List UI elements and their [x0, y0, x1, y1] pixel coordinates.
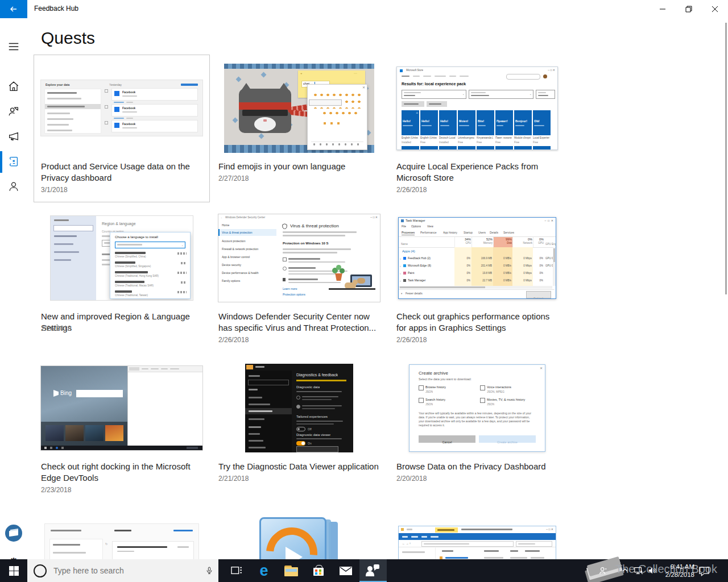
- quest-title: Browse Data on the Privacy Dashboard: [396, 461, 558, 472]
- store-tile: Bite!: [477, 110, 494, 135]
- quest-card-graphics-settings[interactable]: Task Manager – □ ✕ File Options View Pro…: [390, 205, 565, 352]
- defender-illustration: [328, 267, 377, 294]
- cortana-icon: [34, 564, 47, 577]
- quest-card-privacy-browse[interactable]: ✕ Create archive Select the data you wan…: [390, 355, 565, 502]
- tray-network-icon[interactable]: [634, 566, 644, 578]
- emoji-picker-panel: ✕: [307, 84, 367, 150]
- taskbar-feedback-hub[interactable]: [359, 559, 387, 582]
- store-tile: Olá!: [533, 110, 551, 135]
- store-tile: Hello!: [420, 110, 438, 135]
- edge-icon: e: [259, 563, 268, 579]
- minimize-button[interactable]: [650, 0, 676, 18]
- action-center-icon: [698, 566, 710, 576]
- quest-thumbnail-task-manager: Task Manager – □ ✕ File Options View Pro…: [398, 217, 556, 299]
- clock-date: 2/28/2018: [661, 571, 694, 579]
- store-tile: Moien!: [458, 110, 475, 135]
- quest-title: Find emojis in your own language: [218, 161, 380, 172]
- ninja-cat-illustration: [239, 83, 296, 138]
- sidebar-item-profile[interactable]: [0, 175, 27, 198]
- quest-card-local-experience-packs[interactable]: Microsoft Store – □ ✕ Results for: local…: [390, 55, 565, 202]
- quest-thumbnail-privacy-dashboard: Explore your data Yesterday Facebook: [40, 80, 203, 136]
- taskbar-edge[interactable]: e: [250, 559, 278, 582]
- quest-thumbnail-microsoft-store: Microsoft Store – □ ✕ Results for: local…: [396, 66, 558, 150]
- taskbar-mail[interactable]: [332, 559, 359, 582]
- window-scrollbar[interactable]: [725, 23, 727, 294]
- title-bar: Feedback Hub: [0, 0, 728, 18]
- taskbar-file-explorer[interactable]: [278, 559, 305, 582]
- quest-title: Check out graphics performance options f…: [396, 311, 558, 334]
- feedback-hub-icon: [367, 564, 379, 576]
- hamburger-menu-icon[interactable]: [0, 35, 27, 58]
- tray-volume-icon[interactable]: [647, 566, 657, 578]
- back-button[interactable]: [0, 0, 27, 18]
- close-button[interactable]: [702, 0, 728, 18]
- store-tile: Hello!⚖: [402, 110, 419, 135]
- store-icon: [313, 565, 324, 576]
- quest-date: 2/20/2018: [396, 475, 427, 483]
- quest-thumbnail-defender: Windows Defender Security Center ← – □ ✕…: [218, 214, 380, 302]
- quest-title: Product and Service Usage data on the Pr…: [41, 161, 202, 184]
- sidebar-item-collection-book[interactable]: [0, 522, 27, 544]
- feedback-hub-window: Feedback Hub: [0, 0, 728, 582]
- store-tile: Bonjour!: [514, 110, 532, 135]
- close-icon: ✕: [362, 85, 365, 89]
- sidebar-item-home[interactable]: [0, 75, 27, 98]
- mail-icon: [340, 567, 352, 575]
- windows-logo-icon: [9, 566, 19, 576]
- sidebar-item-announcements[interactable]: [0, 125, 27, 148]
- quest-card-diagnostic-data-viewer[interactable]: Diagnostics & feedback Diagnostic data T…: [212, 355, 387, 502]
- quest-card-region-language[interactable]: Region & language Country or region Choo…: [34, 205, 209, 352]
- microphone-icon: [205, 566, 214, 576]
- quest-card-emoji[interactable]: + ⋯ chat ✕ Find emojis in your own langu…: [212, 55, 387, 202]
- taskbar-search[interactable]: [27, 559, 218, 582]
- quest-date: 2/23/2018: [41, 486, 71, 494]
- tray-people-icon[interactable]: [598, 566, 609, 578]
- quest-date: 2/26/2018: [396, 336, 427, 344]
- create-archive-button: Create archive: [479, 435, 536, 443]
- clock-time: 9:41 AM: [661, 563, 694, 571]
- end-task-button: End task: [526, 291, 551, 298]
- quest-title: Acquire Local Experience Packs from Micr…: [396, 161, 558, 184]
- store-tile: Hallo!: [439, 110, 457, 135]
- quest-title: Try the Diagnostic Data Viewer applicati…: [218, 461, 380, 472]
- quest-thumbnail-region-language: Region & language Country or region Choo…: [50, 215, 193, 301]
- search-input[interactable]: [52, 566, 185, 576]
- quest-thumbnail-create-archive: ✕ Create archive Select the data you wan…: [409, 364, 545, 452]
- quest-card-edge-devtools[interactable]: Bing: [34, 355, 209, 502]
- quest-title: Check out right docking in the Microsoft…: [41, 461, 202, 484]
- start-button[interactable]: [0, 559, 27, 582]
- diagnostic-data-viewer-button: Diagnostic Data Viewer: [296, 446, 338, 452]
- sidebar-item-feedback-search[interactable]: [0, 100, 27, 123]
- quest-date: 2/27/2018: [218, 174, 249, 182]
- quest-thumbnail-edge-devtools: Bing: [40, 365, 203, 451]
- quest-thumbnail-emoji-panel: + ⋯ chat ✕: [224, 64, 374, 153]
- sidebar-item-quests[interactable]: [0, 150, 27, 173]
- file-explorer-icon: [284, 566, 298, 576]
- nav-sidebar: ⚙: [0, 18, 27, 559]
- task-view-button[interactable]: [223, 559, 250, 582]
- quest-date: 2/26/2018: [41, 325, 71, 332]
- app-title: Feedback Hub: [34, 5, 78, 13]
- quest-date: 3/1/2018: [41, 186, 68, 194]
- store-tile: Привет!: [495, 110, 513, 135]
- action-center-button[interactable]: [698, 566, 710, 579]
- taskbar-store[interactable]: [305, 559, 332, 582]
- quest-card-defender[interactable]: Windows Defender Security Center ← – □ ✕…: [212, 205, 387, 352]
- quest-thumbnail-diagnostics-feedback: Diagnostics & feedback Diagnostic data T…: [245, 364, 353, 452]
- task-view-icon: [231, 566, 242, 576]
- restore-button[interactable]: [676, 0, 702, 18]
- active-item-indicator: [0, 151, 2, 173]
- quest-date: 2/21/2018: [218, 475, 249, 483]
- page-title: Quests: [41, 28, 95, 48]
- quest-date: 2/26/2018: [396, 186, 427, 194]
- cancel-button: Cancel: [419, 435, 475, 443]
- choose-language-dialog: Choose a language to install ⌄ Chinese (…: [110, 232, 191, 299]
- taskbar-clock[interactable]: 9:41 AM 2/28/2018: [661, 563, 694, 579]
- tray-chevron-up-icon[interactable]: [621, 566, 629, 576]
- quest-title: Windows Defender Security Center now has…: [218, 311, 380, 334]
- quest-date: 2/26/2018: [218, 336, 249, 344]
- quest-card-privacy-usage[interactable]: Explore your data Yesterday Facebook: [34, 55, 209, 202]
- close-icon: ✕: [540, 366, 543, 370]
